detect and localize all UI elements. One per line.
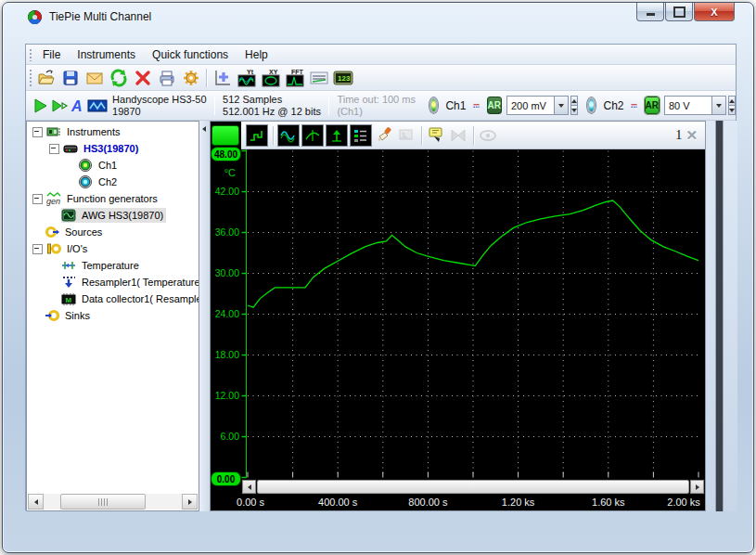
callout-label-icon — [427, 126, 445, 145]
ch1-led-icon[interactable] — [429, 97, 438, 113]
chart[interactable] — [241, 149, 705, 479]
tree-item-ch2[interactable]: Ch2 — [27, 174, 199, 190]
close-button[interactable]: X — [694, 3, 735, 21]
ch2-range-up[interactable] — [728, 96, 736, 106]
delete-graph-button[interactable] — [448, 125, 468, 146]
email-button[interactable] — [83, 67, 107, 89]
yt-graph-button[interactable]: Yt — [235, 67, 259, 89]
collapse-icon[interactable] — [49, 144, 59, 154]
xy-graph-button[interactable]: XY — [259, 67, 283, 89]
awg-toolbar-button[interactable] — [87, 95, 108, 117]
ch1-coupling-icon[interactable] — [473, 100, 480, 111]
collapse-icon[interactable] — [32, 194, 43, 204]
copy-image-button[interactable] — [396, 125, 416, 146]
menu-file[interactable]: File — [34, 46, 69, 63]
title-bar[interactable]: TiePie Multi Channel X — [3, 3, 753, 31]
add-label-button[interactable] — [426, 125, 446, 146]
numeric-display-button[interactable]: 123 — [331, 67, 355, 89]
collapse-icon[interactable] — [32, 244, 43, 254]
right-splitter[interactable] — [715, 121, 724, 511]
delete-icon — [134, 69, 152, 87]
scrollbar-thumb[interactable] — [257, 480, 689, 494]
toolbar-grip[interactable] — [28, 68, 32, 87]
tree-item-sources[interactable]: Sources — [27, 224, 199, 240]
ch2-grip[interactable] — [580, 94, 582, 117]
panel-splitter[interactable] — [199, 121, 210, 511]
chart-horizontal-scrollbar[interactable] — [241, 479, 705, 495]
tree-item-ios[interactable]: I/O's — [27, 240, 199, 257]
delete-button[interactable] — [131, 67, 155, 89]
step-display-button[interactable] — [246, 124, 268, 147]
y-axis-min-box[interactable]: 0.00 — [211, 471, 241, 486]
instrument-name: Handyscope HS3-50 19870 — [108, 94, 211, 118]
tree-item-data-collector[interactable]: M Data collector1( Resample — [27, 290, 199, 307]
y-axis-max-box[interactable]: 48.00 — [211, 147, 241, 161]
tree-item-ch1[interactable]: Ch1 — [27, 157, 199, 174]
ch2-autorange-button[interactable]: AR — [645, 97, 660, 114]
ch1-range-dropdown[interactable] — [554, 97, 568, 114]
scroll-right-button[interactable] — [182, 494, 198, 510]
ch2-range-value: 80 V — [665, 100, 711, 111]
ch2-range-down[interactable] — [728, 106, 736, 115]
y-axis-handle[interactable] — [211, 125, 239, 146]
instrument-toolbar-grip[interactable] — [28, 94, 30, 117]
tree-item-sinks[interactable]: Sinks — [27, 307, 199, 324]
ch1-range-down[interactable] — [570, 106, 578, 115]
open-button[interactable] — [34, 67, 58, 89]
tree-item-hs3[interactable]: HS3(19870) — [27, 140, 199, 157]
scrollbar-thumb[interactable] — [60, 494, 146, 510]
instruments-icon — [46, 124, 61, 139]
maximize-button[interactable] — [665, 3, 693, 21]
interpolation-button[interactable] — [277, 124, 300, 147]
autoscale-button[interactable] — [326, 124, 348, 147]
meter-button[interactable] — [307, 67, 331, 89]
autodisk-button[interactable]: A — [69, 95, 87, 117]
timeout-line2: (Ch1) — [337, 106, 416, 118]
tree-item-instruments[interactable]: Instruments — [27, 123, 199, 140]
ch1-autorange-button[interactable]: AR — [487, 97, 502, 114]
tree-item-function-generators[interactable]: gen Function generators — [27, 190, 199, 207]
ch2-led-icon[interactable] — [587, 97, 596, 113]
print-button[interactable] — [155, 67, 179, 89]
menu-help[interactable]: Help — [237, 46, 276, 63]
tree-horizontal-scrollbar[interactable] — [28, 494, 198, 510]
settings-button[interactable] — [179, 67, 203, 89]
svg-text:XY: XY — [269, 69, 278, 75]
tree-label: HS3(19870) — [81, 142, 141, 155]
ch2-range-dropdown[interactable] — [711, 97, 725, 114]
save-button[interactable] — [58, 67, 83, 89]
tree-item-awg[interactable]: AWG HS3(19870) — [27, 207, 199, 224]
right-margin — [706, 121, 737, 511]
scroll-right-button[interactable] — [690, 480, 704, 494]
menubar-grip[interactable] — [28, 47, 32, 61]
tree-label: Ch2 — [96, 175, 120, 188]
hs3-device-icon — [63, 141, 78, 156]
add-graph-button[interactable] — [211, 67, 235, 89]
graph-panel: 48.00 °C 42.0036.0030.0024.0018.0012.006… — [210, 121, 706, 511]
tree-item-temperature[interactable]: Temperature — [27, 257, 199, 274]
timeout-line1: Time out: 100 ms — [337, 94, 416, 106]
scroll-left-button[interactable] — [242, 480, 256, 494]
paint-button[interactable] — [374, 125, 394, 146]
collapse-icon[interactable] — [32, 127, 43, 137]
close-graph-icon[interactable]: ✕ — [686, 127, 698, 144]
minimize-button[interactable] — [636, 3, 664, 21]
ch1-grip[interactable] — [422, 94, 424, 117]
ch2-range-combo[interactable]: 80 V — [664, 96, 726, 115]
ch1-range-up[interactable] — [570, 96, 578, 106]
fft-graph-button[interactable]: FFT — [283, 67, 307, 89]
scroll-left-button[interactable] — [28, 494, 44, 510]
ch2-coupling-icon[interactable] — [631, 100, 637, 111]
visibility-button[interactable] — [478, 125, 498, 146]
menu-instruments[interactable]: Instruments — [69, 46, 144, 63]
ch1-range-combo[interactable]: 200 mV — [506, 96, 569, 115]
tree-label: Data collector1( Resample — [79, 292, 199, 305]
plot-area[interactable] — [241, 149, 705, 479]
start-button[interactable] — [32, 95, 50, 117]
tree-item-resampler[interactable]: Resampler1( Temperature — [27, 274, 199, 290]
display-settings-button[interactable] — [350, 124, 372, 147]
menu-quick-functions[interactable]: Quick functions — [144, 46, 237, 63]
envelope-button[interactable] — [301, 124, 324, 147]
oneshot-button[interactable] — [50, 95, 69, 117]
refresh-button[interactable] — [107, 67, 131, 89]
